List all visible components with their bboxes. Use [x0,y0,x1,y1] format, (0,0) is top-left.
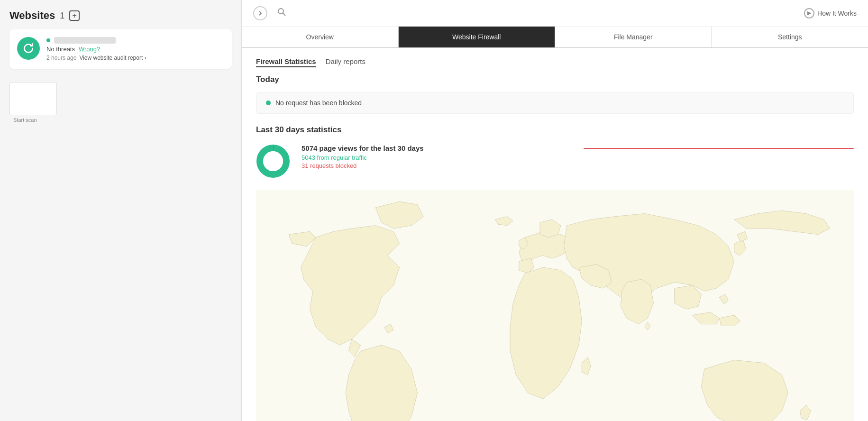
page-views-title: 5074 page views for the last 30 days [302,144,572,152]
tab-file-manager[interactable]: File Manager [555,27,712,47]
card-top-row [46,37,224,44]
stats-row: 5074 page views for the last 30 days 504… [256,144,854,178]
progress-line [584,148,854,149]
no-threats-row: No threats Wrong? [46,46,224,53]
blocked-text: 31 requests blocked [302,162,572,169]
status-dot [46,38,50,42]
how-it-works-button[interactable]: ▶ How It Works [804,8,857,18]
refresh-icon [22,42,35,55]
tabs-bar: Overview Website Firewall File Manager S… [242,27,868,48]
svg-point-0 [278,9,283,14]
search-button[interactable] [277,7,286,19]
add-website-button[interactable]: + [69,10,80,21]
regular-traffic-text: 5043 from regular traffic [302,154,572,161]
content-area: Firewall Statistics Daily reports Today … [242,48,868,421]
top-bar: ▶ How It Works [242,0,868,27]
donut-svg [256,144,290,178]
card-info: No threats Wrong? 2 hours ago View websi… [46,37,224,61]
top-bar-left [253,6,286,20]
forward-icon[interactable] [253,6,267,20]
tab-website-firewall[interactable]: Website Firewall [399,27,556,47]
today-box: No request has been blocked [256,92,854,114]
today-title: Today [256,75,854,84]
how-it-works-label: How It Works [817,9,857,17]
websites-count: 1 [60,11,64,21]
world-map: .land { fill: #f5f0d0; stroke: #c8c0a0; … [256,190,854,421]
website-card: No threats Wrong? 2 hours ago View websi… [9,29,232,69]
time-ago: 2 hours ago [46,55,76,61]
websites-title: Websites [9,9,55,22]
stats-section-title: Last 30 days statistics [256,125,854,135]
scan-icon [17,37,40,60]
right-panel: ▶ How It Works Overview Website Firewall… [242,0,868,421]
thumbnail-area [9,82,57,115]
domain-placeholder [54,37,116,44]
no-threats-text: No threats [46,46,75,53]
svg-line-1 [283,13,285,16]
play-circle-icon: ▶ [804,8,814,18]
left-panel: Websites 1 + No threats Wrong? 2 hours a… [0,0,242,421]
card-meta: 2 hours ago View website audit report › [46,55,224,61]
websites-header: Websites 1 + [9,9,232,22]
view-report-link[interactable]: View website audit report › [79,55,146,61]
map-svg: .land { fill: #f5f0d0; stroke: #c8c0a0; … [256,190,854,421]
subnav-firewall-stats[interactable]: Firewall Statistics [256,57,316,67]
tab-overview[interactable]: Overview [242,27,399,47]
subnav-daily-reports[interactable]: Daily reports [326,57,365,67]
wrong-link[interactable]: Wrong? [79,46,100,53]
tab-settings[interactable]: Settings [712,27,868,47]
progress-line-container [584,144,854,149]
sub-nav: Firewall Statistics Daily reports [256,57,854,67]
donut-chart [256,144,290,178]
today-dot [266,101,271,105]
start-scan-text: Start scan [13,117,37,123]
svg-point-4 [263,151,283,171]
stats-text-col: 5074 page views for the last 30 days 504… [302,144,572,169]
today-message: No request has been blocked [275,99,362,107]
